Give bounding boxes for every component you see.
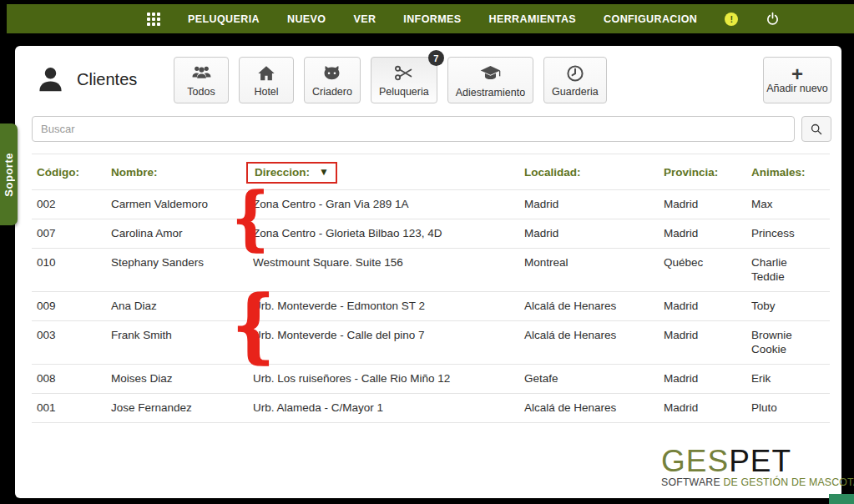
cell-nombre: Carolina Amor [106,219,248,248]
search-button[interactable] [801,116,831,142]
cell-animales: Princess [746,219,830,248]
corner-chat-widget[interactable] [829,494,854,504]
cell-codigo: 007 [32,219,106,248]
page-title-block: Clientes [37,66,137,93]
add-new-label: Añadir nuevo [766,83,828,94]
gespet-logo-tagline: SOFTWARE DE GESTIÓN DE MASCOTAS [661,476,833,488]
menu-item-informes[interactable]: INFORMES [403,13,461,25]
cell-nombre: Stephany Sanders [106,249,248,291]
cell-animales: Toby [746,292,830,320]
add-new-button[interactable]: + Añadir nuevo [763,57,831,103]
header-codigo: Código: [32,154,106,189]
cell-codigo: 002 [32,190,106,219]
cell-localidad: Alcalá de Henares [519,321,659,364]
table-row[interactable]: 001 Jose Fernandez Urb. Alameda - C/Mayo… [32,394,830,423]
cell-direccion: Urb. Los ruiseñores - Calle Rio Miño 12 [248,365,519,393]
cell-codigo: 003 [32,321,106,364]
cell-provincia: Madrid [659,321,746,364]
gespet-logo-wordmark: GESPET [661,446,833,476]
menu-item-configuracion[interactable]: CONFIGURACION [604,13,697,25]
power-icon[interactable] [766,12,780,26]
cell-animales: Pluto [746,394,830,422]
menu-item-nuevo[interactable]: NUEVO [287,13,326,25]
scissors-icon [393,63,414,83]
tagline-rest: DE GESTIÓN DE MASCOTAS [720,476,854,488]
search-bar [32,116,831,142]
sort-desc-icon[interactable]: ▼ [319,165,329,179]
tagline-prefix: SOFTWARE [661,476,720,488]
logo-pet-text: PET [729,444,791,478]
support-side-tab[interactable]: Soporte [0,123,18,225]
app-window: PELUQUERIA NUEVO VER INFORMES HERRAMIENT… [0,0,854,504]
cell-nombre: Carmen Valdemoro [106,190,248,219]
house-icon [256,63,276,83]
cell-provincia: Madrid [659,219,746,248]
tab-label: Guarderia [552,86,599,98]
tab-hotel[interactable]: Hotel [239,57,294,103]
top-navigation-bar: PELUQUERIA NUEVO VER INFORMES HERRAMIENT… [7,4,854,33]
cell-localidad: Alcalá de Henares [519,394,659,422]
page-title: Clientes [77,70,137,89]
tab-criadero[interactable]: Criadero [304,57,361,103]
apps-grid-icon[interactable] [147,13,160,26]
clients-table: Código: Nombre: Direccion: ▼ Localidad: … [32,154,830,423]
tab-label: Peluqueria [379,86,429,98]
clock-icon [565,63,585,83]
graduation-cap-icon [479,62,502,84]
cell-codigo: 009 [32,292,106,320]
table-row[interactable]: 003 Frank Smith Urb. Monteverde - Calle … [32,321,830,365]
cell-nombre: Moises Diaz [106,365,248,393]
plus-icon: + [791,66,803,83]
tab-guarderia[interactable]: Guarderia [543,57,607,103]
cell-localidad: Madrid [519,190,659,219]
cell-nombre: Ana Diaz [106,292,248,320]
cell-codigo: 008 [32,365,106,393]
cell-localidad: Alcalá de Henares [519,292,659,320]
table-row[interactable]: 008 Moises Diaz Urb. Los ruiseñores - Ca… [32,365,830,394]
filter-tabs: Todos Hotel Criadero 7 Peluqueria [174,57,607,103]
cell-direccion: Zona Centro - Gran Via 289 1A [248,190,519,219]
header-animales: Animales: [746,154,830,189]
cell-provincia: Madrid [659,190,746,219]
table-row[interactable]: 002 Carmen Valdemoro Zona Centro - Gran … [32,190,830,219]
info-icon[interactable]: ! [725,13,738,26]
cell-provincia: Madrid [659,394,746,422]
cell-animales: Charlie Teddie [746,249,830,291]
cell-nombre: Jose Fernandez [106,394,248,422]
menu-item-peluqueria[interactable]: PELUQUERIA [188,13,260,25]
cell-direccion: Urb. Monteverde - Calle del pino 7 [248,321,519,364]
header-direccion-label: Direccion: [255,165,310,179]
content-card: Clientes Todos Hotel Criadero [15,46,841,498]
logo-ges-text: GES [661,444,729,478]
cell-codigo: 010 [32,249,106,291]
cat-icon [321,63,342,83]
tab-count-badge: 7 [428,50,444,66]
support-side-tab-label: Soporte [3,153,15,197]
tab-label: Hotel [254,86,278,98]
cell-direccion: Westmount Square. Suite 156 [248,249,519,291]
cell-animales: Brownie Cookie [746,321,830,364]
menu-item-herramientas[interactable]: HERRAMIENTAS [489,13,577,25]
person-icon [37,66,64,93]
table-header-row: Código: Nombre: Direccion: ▼ Localidad: … [32,154,830,190]
tab-peluqueria[interactable]: 7 Peluqueria [371,57,437,103]
gespet-logo: GESPET SOFTWARE DE GESTIÓN DE MASCOTAS [661,446,833,488]
menu-item-ver[interactable]: VER [353,13,376,25]
tab-label: Todos [187,86,215,98]
tab-label: Criadero [312,86,352,98]
tab-label: Adiestramiento [456,87,525,98]
cell-localidad: Madrid [519,219,659,248]
table-row[interactable]: 007 Carolina Amor Zona Centro - Glorieta… [32,219,830,249]
header-direccion: Direccion: ▼ [248,154,519,189]
search-input[interactable] [32,116,795,142]
cell-localidad: Montreal [519,249,659,291]
cell-localidad: Getafe [519,365,659,393]
cell-direccion: Zona Centro - Glorieta Bilbao 123, 4D [248,219,519,248]
cell-animales: Erik [746,365,830,393]
group-icon [191,63,212,83]
tab-todos[interactable]: Todos [174,57,229,103]
tab-adiestramiento[interactable]: Adiestramiento [447,57,533,103]
table-row[interactable]: 009 Ana Diaz Urb. Monteverde - Edmonton … [32,292,830,321]
table-row[interactable]: 010 Stephany Sanders Westmount Square. S… [32,249,830,292]
cell-direccion: Urb. Alameda - C/Mayor 1 [248,394,519,422]
